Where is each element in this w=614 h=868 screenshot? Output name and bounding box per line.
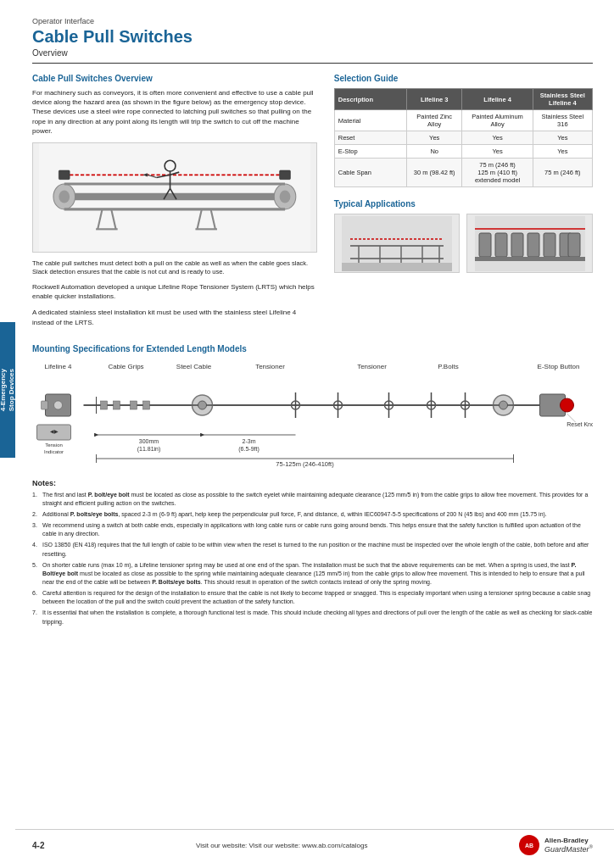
side-tab: 4-EmergencyStop Devices <box>0 322 15 458</box>
svg-point-5 <box>280 190 291 203</box>
right-column: Selection Guide Description Lifeline 3 L… <box>334 74 593 334</box>
cell-reset-ss: Yes <box>533 131 592 145</box>
selection-table: Description Lifeline 3 Lifeline 4 Stainl… <box>334 88 593 187</box>
app-image-1 <box>334 214 460 273</box>
svg-rect-55 <box>42 401 48 409</box>
guardmaster-text: GuardMaster® <box>544 844 593 854</box>
page-wrapper: 4-EmergencyStop Devices Operator Interfa… <box>0 0 614 868</box>
cell-estop-l3: No <box>406 145 462 159</box>
svg-point-81 <box>500 401 508 409</box>
operator-interface-label: Operator Interface <box>32 17 593 25</box>
app-images-container <box>334 214 593 273</box>
main-content: Operator Interface Cable Pull Switches O… <box>15 0 614 652</box>
footer: 4-2 Visit our website: Visit our website… <box>15 829 614 855</box>
cell-reset-label: Reset <box>334 131 406 145</box>
cell-span-label: Cable Span <box>334 159 406 187</box>
svg-rect-37 <box>495 233 507 257</box>
svg-text:300mm: 300mm <box>139 438 159 444</box>
svg-text:Steel Cable: Steel Cable <box>176 363 212 370</box>
svg-rect-43 <box>475 257 585 261</box>
svg-text:(6.5-9ft): (6.5-9ft) <box>238 446 260 453</box>
notes-section: Notes: 1.The first and last P. bolt/eye … <box>32 479 593 626</box>
main-title: Cable Pull Switches <box>32 27 593 47</box>
cell-span-ss: 75 m (246 ft) <box>533 159 592 187</box>
page-number: 4-2 <box>32 841 44 850</box>
svg-text:(11.81in): (11.81in) <box>137 446 161 453</box>
cell-material-ss: Stainless Steel 316 <box>533 110 592 131</box>
svg-rect-42 <box>568 233 580 257</box>
list-item: 5.On shorter cable runs (max 10 m), a Li… <box>32 561 593 587</box>
svg-text:Tension: Tension <box>45 442 63 448</box>
svg-text:75-125m (246-410ft): 75-125m (246-410ft) <box>276 460 334 468</box>
side-tab-text: 4-EmergencyStop Devices <box>0 369 16 411</box>
header-divider <box>32 63 593 64</box>
cell-estop-l4: Yes <box>462 145 533 159</box>
svg-text:Reset Knob: Reset Knob <box>567 421 593 427</box>
svg-rect-15 <box>59 170 70 180</box>
list-item: 6.Careful attention is required for the … <box>32 589 593 606</box>
app-image-2 <box>466 214 593 273</box>
svg-text:P.Bolts: P.Bolts <box>438 363 458 370</box>
svg-rect-16 <box>280 170 291 180</box>
svg-text:2-3m: 2-3m <box>243 438 256 444</box>
list-item: 3.We recommend using a switch at both ca… <box>32 521 593 538</box>
cell-material-l4: Painted Aluminum Alloy <box>462 110 533 131</box>
col-header-stainless: Stainless SteelLifeline 4 <box>533 89 592 110</box>
svg-text:Tensioner: Tensioner <box>357 363 387 370</box>
footer-url: Visit our website: Visit our website: ww… <box>196 842 367 849</box>
cell-estop-label: E-Stop <box>334 145 406 159</box>
svg-text:Lifeline 4: Lifeline 4 <box>44 363 72 370</box>
svg-text:◀▶: ◀▶ <box>50 429 59 434</box>
app-svg-2 <box>475 216 585 271</box>
typical-apps-title: Typical Applications <box>334 199 593 209</box>
svg-text:Indicator: Indicator <box>44 449 64 454</box>
list-item: 7.It is essential that when the installa… <box>32 609 593 626</box>
cell-material-label: Material <box>334 110 406 131</box>
cell-estop-ss: Yes <box>533 145 592 159</box>
svg-rect-38 <box>511 233 523 257</box>
typical-applications: Typical Applications <box>334 199 593 273</box>
stainless-text: A dedicated stainless steel installation… <box>32 308 317 326</box>
cell-span-l3: 30 m (98.42 ft) <box>406 159 462 187</box>
svg-text:Cable Grips: Cable Grips <box>108 363 143 370</box>
list-item: 2.Additional P. bolts/eye bolts, spaced … <box>32 510 593 519</box>
mounting-svg: Lifeline 4 Cable Grips Steel Cable Tensi… <box>32 359 593 469</box>
cable-overview-title: Cable Pull Switches Overview <box>32 74 317 83</box>
table-row: Reset Yes Yes Yes <box>334 131 592 145</box>
allen-bradley-text: Allen-Bradley <box>544 837 593 844</box>
footer-logo: AB Allen-Bradley GuardMaster® <box>519 835 593 855</box>
svg-point-3 <box>59 190 70 203</box>
app-svg-1 <box>342 216 452 271</box>
header-section: Operator Interface Cable Pull Switches O… <box>32 17 593 64</box>
svg-point-67 <box>198 401 207 409</box>
ab-logo-icon: AB <box>519 835 539 855</box>
guardmaster-brand: Allen-Bradley GuardMaster® <box>544 837 593 854</box>
svg-rect-62 <box>101 401 108 409</box>
cable-caption: The cable pull switches must detect both… <box>32 259 317 277</box>
svg-rect-33 <box>342 263 452 271</box>
svg-rect-40 <box>544 233 555 257</box>
selection-guide-title: Selection Guide <box>334 74 593 83</box>
col-header-lifeline4: Lifeline 4 <box>462 89 533 110</box>
svg-text:Tensioner: Tensioner <box>255 363 285 370</box>
cell-material-l3: Painted Zinc Alloy <box>406 110 462 131</box>
rockwell-text: Rockwell Automation developed a unique L… <box>32 282 317 301</box>
svg-text:E-Stop Button: E-Stop Button <box>538 363 580 370</box>
table-row: E-Stop No Yes Yes <box>334 145 592 159</box>
col-header-description: Description <box>334 89 406 110</box>
table-row: Cable Span 30 m (98.42 ft) 75 m (246 ft)… <box>334 159 592 187</box>
overview-label: Overview <box>32 48 593 58</box>
svg-rect-39 <box>527 233 539 257</box>
two-column-layout: Cable Pull Switches Overview For machine… <box>32 74 593 334</box>
svg-rect-65 <box>143 401 150 409</box>
cable-pull-diagram <box>32 142 317 253</box>
svg-rect-63 <box>114 401 120 409</box>
left-column: Cable Pull Switches Overview For machine… <box>32 74 317 334</box>
list-item: 1.The first and last P. bolt/eye bolt mu… <box>32 491 593 508</box>
notes-title: Notes: <box>32 479 593 487</box>
svg-point-85 <box>561 398 574 412</box>
table-row: Material Painted Zinc Alloy Painted Alum… <box>334 110 592 131</box>
svg-rect-36 <box>479 233 491 257</box>
list-item: 4.ISO 13850 (EN 418) requires that the f… <box>32 541 593 558</box>
svg-rect-64 <box>131 401 137 409</box>
